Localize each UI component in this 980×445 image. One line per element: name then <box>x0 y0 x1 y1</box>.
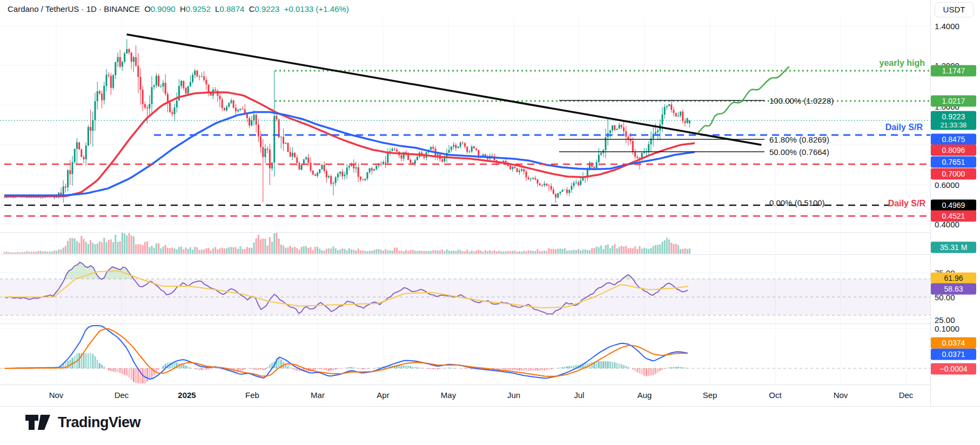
time-axis-label: Dec <box>115 385 129 406</box>
axis-price-tick: 0.6000 <box>935 180 959 190</box>
panel-separator[interactable] <box>0 254 930 255</box>
time-axis-label: Oct <box>769 385 781 406</box>
tradingview-chart: Cardano / TetherUS · 1D · BINANCE O0.909… <box>0 0 980 445</box>
countdown-timer: 21:33:38 <box>931 122 976 129</box>
time-axis-label: May <box>441 385 456 406</box>
tradingview-logo-icon <box>24 414 52 431</box>
daily-sr-label-red: Daily S/R <box>888 199 925 208</box>
price-label-09223: 0.922321:33:38 <box>931 111 976 130</box>
header-segment: +0.0133 (+1.46%) <box>284 4 349 14</box>
time-axis-label: Mar <box>311 385 325 406</box>
time-scale[interactable]: NovDec2025FebMarAprMayJunJulAugSepOctNov… <box>0 385 930 406</box>
axis-price-tick: 1.4000 <box>935 22 959 31</box>
time-axis-label: Jun <box>507 385 520 406</box>
header-segment: H <box>180 4 186 14</box>
currency-toggle-button[interactable]: USDT <box>935 2 974 17</box>
daily-sr-label-blue: Daily S/R <box>885 123 923 132</box>
panel-separator[interactable] <box>0 232 930 233</box>
time-axis-label: Dec <box>899 385 914 406</box>
price-label-6196: 61.96 <box>931 273 976 284</box>
time-axis-label: Sep <box>703 385 717 406</box>
price-label-08096: 0.8096 <box>931 145 976 156</box>
axis-price-tick: 0.1000 <box>935 324 959 333</box>
header-segment: 0.9223 <box>255 4 284 14</box>
price-label-08475: 0.8475 <box>931 134 976 145</box>
price-label-04521: 0.4521 <box>931 211 976 222</box>
price-label-10217: 1.0217 <box>931 96 976 107</box>
time-axis-label: Feb <box>245 385 259 406</box>
price-label-07651: 0.7651 <box>931 157 976 168</box>
symbol-ohlc-header[interactable]: Cardano / TetherUS · 1D · BINANCE O0.909… <box>8 2 349 16</box>
fib-level-label: 100.00% (1.0228) <box>769 96 834 105</box>
price-label-00371: 0.0371 <box>931 349 976 360</box>
price-label-04969: 0.4969 <box>931 200 976 211</box>
header-segment: Cardano / TetherUS · 1D · BINANCE <box>8 4 144 14</box>
time-axis-label: Apr <box>377 385 389 406</box>
tradingview-logo[interactable]: TradingView <box>24 414 140 431</box>
fib-level-label: 50.00% (0.7664) <box>769 147 829 157</box>
price-label-3531M: 35.31 M <box>931 242 976 253</box>
time-axis-label: 2025 <box>178 385 196 406</box>
yearly-high-label: yearly high <box>880 58 925 68</box>
panel-separator[interactable] <box>0 323 930 324</box>
fib-level-label: 0.00% (0.5100) <box>769 198 825 207</box>
header-segment: C <box>249 4 255 14</box>
panel-separator <box>0 385 930 385</box>
fib-level-label: 61.80% (0.8269) <box>769 135 829 144</box>
header-segment: 0.8874 <box>219 4 249 14</box>
price-label-5863: 58.63 <box>931 284 976 295</box>
header-segment: O <box>144 4 151 14</box>
chart-canvas[interactable] <box>0 0 980 445</box>
time-axis-label: Jul <box>574 385 584 406</box>
axis-price-tick: 25.00 <box>935 315 955 325</box>
price-label-07000: 0.7000 <box>931 168 976 180</box>
price-label-11747: 1.1747 <box>931 65 976 77</box>
price-label-00004: −0.0004 <box>931 363 976 375</box>
time-axis-label: Nov <box>49 385 64 406</box>
time-axis-label: Aug <box>637 385 652 406</box>
axis-border <box>0 406 980 407</box>
price-label-00374: 0.0374 <box>931 338 976 349</box>
header-segment: 0.9090 <box>151 4 180 14</box>
price-axis-border <box>930 0 931 406</box>
time-axis-label: Nov <box>834 385 848 406</box>
header-segment: 0.9252 <box>186 4 215 14</box>
tradingview-logo-text: TradingView <box>58 414 140 431</box>
